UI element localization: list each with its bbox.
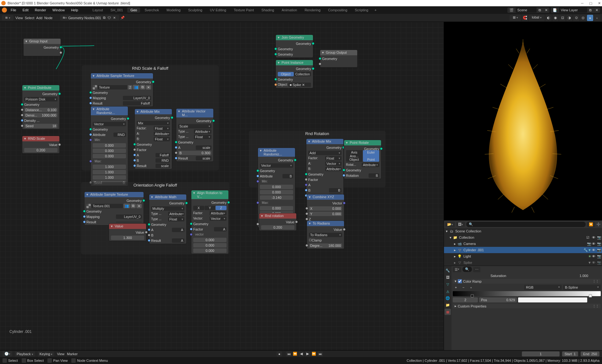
viewlayer-selector[interactable]: 📑 View Layer ⧉ ✕ (551, 8, 600, 13)
prop-options-button[interactable]: ⋯ (473, 267, 480, 272)
jump-end-button[interactable]: ⏭ (317, 351, 323, 356)
node-point-distribute[interactable]: ▾Point Distribute Geometry Poisson Disk▾… (22, 85, 60, 129)
ramp-index[interactable]: 2 (453, 297, 478, 302)
seed-field[interactable]: Seed18 (24, 124, 57, 128)
tab-layout[interactable]: Layout (90, 8, 106, 13)
menu-window[interactable]: Window (50, 8, 67, 13)
timeline-marker-menu[interactable]: Marker (67, 352, 78, 356)
node-group-input[interactable]: ▾Group Input Geometry (23, 38, 61, 56)
play-reverse-button[interactable]: ◀ (298, 351, 304, 356)
tab-sh001[interactable]: SH_001 (107, 8, 126, 13)
viewlayer-name[interactable]: View Layer (559, 8, 587, 13)
tree-shield-icon[interactable]: 🛡 (107, 16, 111, 20)
node-align-rotation[interactable]: ▾Align Rotation to V... Geometry XYZ Fac… (191, 190, 229, 254)
timeline-view-menu[interactable]: View (57, 352, 64, 356)
ramp-enable-checkbox[interactable] (458, 279, 462, 283)
outliner-scene-row[interactable]: ▾🗂Scene Collection (444, 228, 602, 234)
tab-script[interactable]: Scripting (352, 8, 371, 13)
end-frame[interactable]: End250 (581, 351, 599, 356)
minimize-button[interactable]: ─ (581, 1, 583, 5)
snap-button[interactable]: 🧲 (522, 15, 528, 21)
menu-help[interactable]: Help (68, 8, 81, 13)
filter-icon[interactable]: 🔽 (587, 222, 595, 227)
node-header[interactable]: ▾Point Instance (276, 60, 313, 65)
layer-copy-icon[interactable]: ⧉ (587, 8, 594, 13)
menu-render[interactable]: Render (32, 8, 49, 13)
outliner-cylinder-row[interactable]: ▸▽Cylinder .001 🔧▼ 👁📷 (444, 247, 602, 253)
tab-shading[interactable]: Shading (258, 8, 277, 13)
overlay-expand[interactable]: ‹ (594, 15, 600, 21)
ramp-remove-button[interactable]: − (460, 285, 467, 289)
node-point-rotate[interactable]: ▾Point Rotate Geometry Axis Ang...Euler … (344, 140, 381, 179)
menu-select[interactable]: Select (25, 16, 35, 20)
panel-menu-icon[interactable]: ⋮⋮ (593, 304, 599, 308)
tab-comp[interactable]: Compositing (325, 8, 350, 13)
new-collection-icon[interactable]: ➕ (596, 222, 601, 226)
autokey-button[interactable]: ● (276, 351, 282, 356)
playback-menu[interactable]: Playback ▾ (15, 351, 35, 356)
menu-file[interactable]: File (8, 8, 19, 13)
color-ramp-header[interactable]: ▾ Color Ramp ⋮⋮ (453, 279, 601, 284)
node-header[interactable]: ▾Group Input (24, 39, 61, 44)
node-to-radians[interactable]: ▾To Radians Value To Radians▾ ☐ Clamp De… (307, 220, 344, 249)
add-workspace-button[interactable]: + (373, 8, 378, 12)
prev-key-button[interactable]: ⏪ (292, 351, 298, 356)
editor-type-dropdown[interactable]: ≋ ▾ (2, 15, 14, 20)
visibility-toggle[interactable]: 👁 (591, 236, 596, 240)
snap-dropdown[interactable]: ⊞ ▾ (510, 15, 521, 21)
prop-tab-render[interactable]: 🔧 (445, 267, 451, 274)
tab-sculpting[interactable]: Sculpting (185, 8, 205, 13)
overlay-2[interactable]: ◉ (552, 15, 559, 21)
scene-copy-icon[interactable]: ⧉ (537, 8, 543, 13)
start-frame[interactable]: Start1 (562, 351, 578, 356)
prop-search[interactable]: 🔍 (462, 267, 472, 272)
scene-selector[interactable]: 🎬 Scene ⧉ ✕ (507, 8, 550, 13)
axis-toggle[interactable]: XYZ (193, 206, 227, 210)
ramp-add-button[interactable]: + (453, 285, 459, 289)
jump-start-button[interactable]: ⏮ (286, 351, 292, 356)
timeline-editor-dropdown[interactable]: 🕐▾ (3, 351, 12, 356)
distribute-mode-dropdown[interactable]: Poisson Disk▾ (24, 97, 57, 101)
outliner-panel[interactable]: 📂▾ 🖼▾ 🔍 🔽 ➕ ▾🗂Scene Collection ▾📁Collect… (444, 220, 602, 266)
tab-uv[interactable]: UV Editing (207, 8, 229, 13)
tab-sverchok[interactable]: Sverchok (141, 8, 162, 13)
close-button[interactable]: ✕ (598, 1, 601, 5)
render-toggle[interactable]: 📷 (597, 236, 601, 240)
prop-tab-scene[interactable]: ◬ (445, 288, 451, 294)
timeline[interactable]: 🕐▾ Playback ▾ Keying ▾ View Marker ● ⏮ ⏪… (0, 350, 602, 357)
current-frame[interactable]: 1 (522, 351, 560, 356)
tex-unlink-icon[interactable]: ✕ (136, 204, 142, 208)
mapping-field[interactable]: LayerUV_0 (123, 96, 151, 100)
overlay-3[interactable]: ⊡ (559, 15, 566, 21)
tex-user-icon[interactable]: 👥 (133, 85, 140, 90)
node-group-output[interactable]: ▾Group Output Geometry (320, 50, 358, 68)
prop-tab-texture[interactable]: ▦ (445, 309, 451, 315)
outliner-search[interactable]: 🔍 (466, 222, 586, 227)
node-attr-mix-1[interactable]: ▾Attribute Mix Geometry Mix▾ Factor:Floa… (134, 109, 172, 169)
tex-new-icon[interactable]: ⧉ (131, 204, 136, 208)
menu-view[interactable]: View (15, 16, 23, 20)
ramp-tools-button[interactable]: ▾ (468, 285, 474, 289)
node-point-instance[interactable]: ▾Point Instance Geometry ObjectCollectio… (276, 60, 313, 88)
texture-selector-2[interactable]: Texture.001 👥 ⧉ ✕ (86, 204, 142, 208)
node-attr-mix-2[interactable]: ▾Attribute Mix Geometry Add▾ Factor:Floa… (306, 139, 344, 199)
density-field[interactable]: Densi...1000.000 (24, 113, 57, 117)
play-button[interactable]: ▶ (305, 351, 310, 356)
ramp-pos[interactable]: Pos0.929 (479, 297, 517, 302)
color-ramp-gradient[interactable] (453, 291, 601, 296)
node-value[interactable]: ▾Value Value 1.300 (109, 223, 146, 241)
tex-new-icon[interactable]: ⧉ (140, 85, 145, 90)
exclude-toggle[interactable]: ☑ (586, 236, 590, 240)
tab-modeling[interactable]: Modeling (163, 8, 184, 13)
tab-texture[interactable]: Texture Paint (231, 8, 257, 13)
outliner-mode-dropdown[interactable]: 📂▾ (445, 222, 455, 227)
tree-name[interactable]: Geometry Nodes.001 (68, 16, 101, 20)
menu-add[interactable]: Add (36, 16, 42, 20)
prop-tab-collection[interactable]: 📁 (445, 302, 451, 308)
prop-mode-dropdown[interactable]: ☰▾ (453, 267, 461, 272)
node-rnd-rotation[interactable]: ▾Rnd rotation Value 0.200 (259, 213, 297, 231)
prop-tab-view[interactable]: ▽ (445, 281, 451, 287)
tab-anim[interactable]: Animation (278, 8, 300, 13)
outliner-filter-dropdown[interactable]: 🖼▾ (456, 222, 465, 227)
properties-tabs[interactable]: 🔧 🖼 ▽ ◬ 🌐 📁 ▦ (444, 266, 452, 350)
